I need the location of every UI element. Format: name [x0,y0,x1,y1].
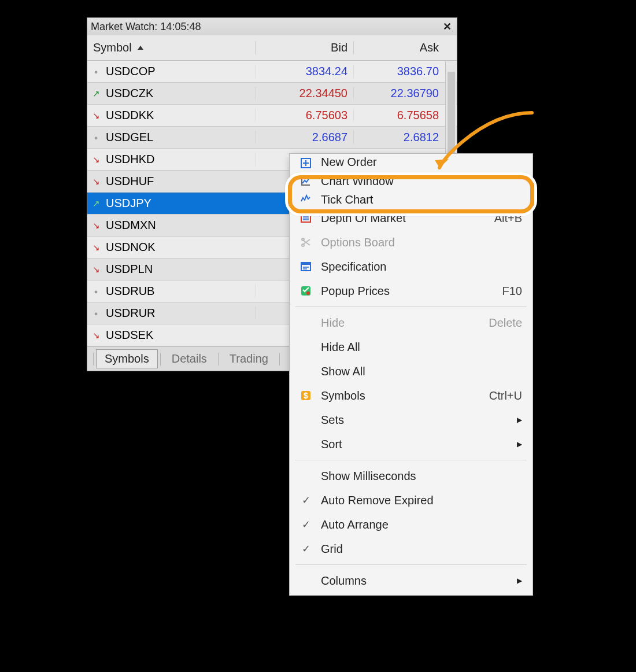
col-symbol-label[interactable]: Symbol [93,41,132,54]
dollar-icon: $ [300,390,312,401]
menu-item-label: Columns [315,574,517,588]
menu-chart-window[interactable]: Chart Window [290,169,533,193]
trend-neutral-icon: ● [94,68,98,75]
bid-cell: 22.34450 [255,87,353,100]
list-icon [300,212,312,224]
menu-popup-prices[interactable]: Popup PricesF10 [290,279,533,303]
menu-item-label: Hide All [315,341,522,354]
trend-down-icon: ↘ [93,176,100,187]
symbol-cell: USDCZK [105,87,255,100]
tab-symbols[interactable]: Symbols [96,349,158,368]
sort-asc-icon [138,46,143,50]
menu-new-order[interactable]: New Order [290,156,533,169]
symbol-cell: USDMXN [105,219,255,232]
popup-icon [300,285,312,297]
submenu-arrow-icon: ▶ [517,440,522,448]
context-menu: New OrderChart WindowTick ChartDepth Of … [289,153,533,596]
trend-down-icon: ↘ [93,264,100,275]
menu-shortcut: Delete [489,316,522,330]
menu-item-label: Show Milliseconds [315,470,522,483]
submenu-arrow-icon: ▶ [517,577,522,585]
menu-item-label: Depth Of Market [315,212,494,225]
menu-item-label: New Order [315,156,522,169]
trend-down-icon: ↘ [93,330,100,341]
bid-cell: 6.75603 [255,109,353,122]
trend-neutral-icon: ● [94,288,98,295]
submenu-arrow-icon: ▶ [517,416,522,424]
table-row[interactable]: ↘USDDKK6.756036.75658 [87,105,457,127]
bid-cell: 3834.24 [255,65,353,78]
menu-auto-remove[interactable]: Auto Remove Expired [290,488,533,512]
menu-shortcut: Alt+B [494,212,522,225]
svg-point-7 [306,291,310,295]
menu-columns[interactable]: Columns▶ [290,568,533,593]
scroll-thumb[interactable] [448,72,455,158]
menu-symbols[interactable]: $SymbolsCtrl+U [290,383,533,408]
menu-separator [295,564,527,565]
tab-details[interactable]: Details [163,349,216,368]
menu-item-label: Chart Window [315,175,522,188]
svg-rect-5 [301,263,310,265]
menu-show-all[interactable]: Show All [290,359,533,383]
svg-point-2 [302,238,304,241]
titlebar: Market Watch: 14:05:48 ✕ [87,18,457,35]
tick-icon [300,193,312,205]
menu-item-label: Sort [315,438,517,451]
menu-specification[interactable]: Specification [290,254,533,279]
ask-cell: 3836.70 [353,65,446,78]
menu-item-label: Sets [315,413,517,427]
trend-down-icon: ↘ [93,154,100,165]
plus-icon [300,157,312,169]
svg-point-3 [302,244,304,246]
svg-text:$: $ [304,391,308,400]
menu-auto-arrange[interactable]: Auto Arrange [290,512,533,537]
ask-cell: 22.36790 [353,87,446,100]
menu-item-label: Auto Arrange [315,518,522,531]
menu-depth[interactable]: Depth Of MarketAlt+B [290,206,533,230]
symbol-cell: USDDKK [105,109,255,122]
menu-shortcut: F10 [502,285,522,298]
symbol-cell: USDJPY [105,197,255,210]
symbol-cell: USDGEL [105,131,255,144]
symbol-cell: USDHUF [105,175,255,188]
menu-item-label: Specification [315,260,522,274]
menu-grid[interactable]: Grid [290,537,533,561]
trend-down-icon: ↘ [93,110,100,121]
panel-title: Market Watch: 14:05:48 [91,21,201,33]
close-icon[interactable]: ✕ [442,21,452,32]
symbol-cell: USDCOP [105,65,255,78]
trend-neutral-icon: ● [94,134,98,141]
menu-sort[interactable]: Sort▶ [290,432,533,456]
col-ask-label[interactable]: Ask [353,41,446,54]
symbol-cell: USDSEK [105,328,255,342]
table-header[interactable]: Symbol Bid Ask [87,35,457,61]
symbol-cell: USDPLN [105,263,255,276]
menu-hide: HideDelete [290,311,533,335]
trend-neutral-icon: ● [94,310,98,317]
menu-item-label: Options Board [315,236,522,249]
menu-item-label: Show All [315,365,522,378]
menu-sets[interactable]: Sets▶ [290,408,533,432]
menu-hide-all[interactable]: Hide All [290,335,533,359]
menu-options-board: Options Board [290,230,533,254]
menu-item-label: Hide [315,316,489,330]
col-bid-label[interactable]: Bid [255,41,353,54]
table-row[interactable]: ↗USDCZK22.3445022.36790 [87,83,457,105]
table-row[interactable]: ●USDCOP3834.243836.70 [87,61,457,83]
chart-icon [300,175,312,187]
menu-shortcut: Ctrl+U [489,389,522,403]
table-row[interactable]: ●USDGEL2.66872.6812 [87,127,457,149]
menu-tick-chart[interactable]: Tick Chart [290,193,533,206]
symbol-cell: USDRUB [105,285,255,298]
bid-cell: 2.6687 [255,131,353,144]
form-icon [300,261,312,272]
tab-trading[interactable]: Trading [221,349,277,368]
symbol-cell: USDNOK [105,241,255,254]
scissors-icon [300,237,312,248]
menu-item-label: Popup Prices [315,285,502,298]
menu-show-ms[interactable]: Show Milliseconds [290,464,533,488]
menu-item-label: Tick Chart [315,193,522,206]
trend-down-icon: ↘ [93,242,100,253]
trend-down-icon: ↘ [93,220,100,231]
symbol-cell: USDHKD [105,153,255,166]
